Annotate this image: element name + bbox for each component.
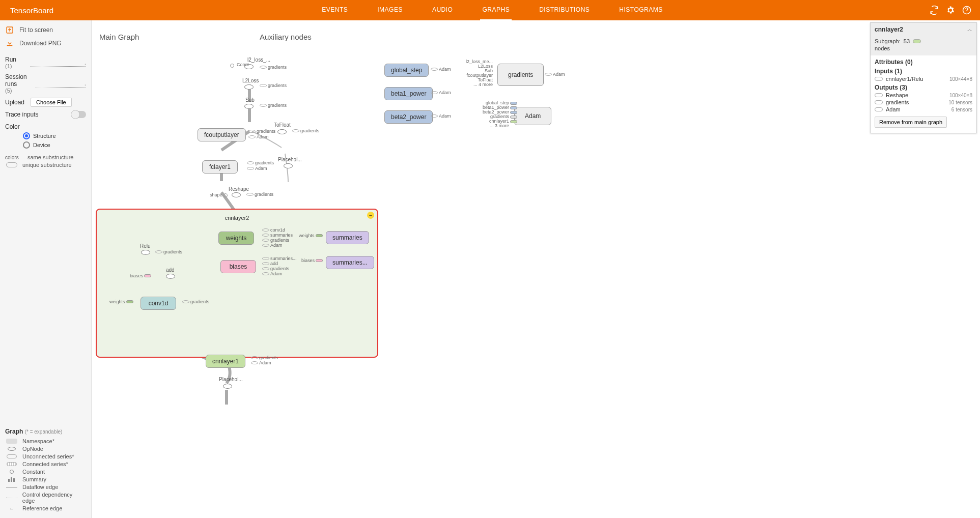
legend-constant: Constant (5, 469, 86, 475)
add-node[interactable] (166, 274, 175, 279)
placeholder2-node[interactable] (223, 384, 232, 389)
cnnlayer1-node[interactable]: cnnlayer1 (206, 355, 245, 368)
gear-icon[interactable] (945, 5, 956, 15)
color-device-option[interactable]: Device (23, 141, 86, 149)
graph-canvas[interactable]: Main Graph Auxiliary nodes l2_loss_... C… (92, 20, 980, 518)
adam-aux-node[interactable]: Adam (514, 107, 551, 125)
legend-reference: ←Reference edge (5, 505, 86, 511)
placeholder2-label: Placehol... (219, 377, 243, 382)
download-png-row[interactable]: Download PNG (5, 39, 86, 48)
output-row-2[interactable]: gradients10 tensors (875, 99, 972, 105)
input-row-1[interactable]: cnnlayer1/Relu100×44×8 (875, 76, 972, 82)
subgraph-chip (913, 39, 921, 43)
main-graph-title: Main Graph (99, 33, 139, 41)
header-action-icons (921, 5, 980, 15)
placeholder-label: Placehol... (278, 157, 302, 162)
fit-to-screen-label: Fit to screen (19, 26, 53, 34)
placeholder-node[interactable] (284, 163, 293, 168)
fit-to-screen-row[interactable]: Fit to screen (5, 25, 86, 35)
gradients-aux-node[interactable]: gradients (497, 64, 544, 86)
legend-opnode: OpNode (5, 446, 86, 452)
svg-rect-3 (11, 477, 12, 482)
sub-node[interactable] (244, 104, 254, 109)
tab-audio[interactable]: AUDIO (430, 0, 455, 20)
subgraph-line: Subgraph: 53 (875, 38, 972, 44)
fit-screen-icon (5, 25, 14, 35)
summaries-node-1[interactable]: summaries (326, 231, 369, 244)
beta1-power-node[interactable]: beta1_power (384, 87, 433, 100)
cnnlayer2-title: cnnlayer2 (97, 215, 377, 221)
biases-node[interactable]: biases (220, 260, 256, 273)
details-title: cnnlayer2 (875, 26, 903, 33)
tab-distributions[interactable]: DISTRIBUTIONS (537, 0, 592, 20)
logo: TensorBoard (0, 6, 64, 15)
radio-structure[interactable] (23, 132, 30, 139)
beta2-power-node[interactable]: beta2_power (384, 110, 433, 124)
attributes-header: Attributes (0) (875, 59, 972, 66)
details-header[interactable]: cnnlayer2 ︿ (871, 23, 976, 36)
l2loss-node[interactable] (244, 84, 254, 90)
legend-summary: Summary (5, 476, 86, 482)
reshape-node[interactable] (232, 192, 241, 197)
summaries-node-2[interactable]: summaries... (326, 256, 374, 269)
color-structure-option[interactable]: Structure (23, 132, 86, 139)
output-row-3[interactable]: Adam6 tensors (875, 106, 972, 112)
relu-node[interactable] (141, 250, 150, 255)
outputs-header: Outputs (3) (875, 84, 972, 91)
aux-nodes-title: Auxiliary nodes (260, 33, 312, 41)
relu-label: Relu (140, 243, 151, 249)
legend-dataflow: Dataflow edge (5, 484, 86, 490)
run-label: Run (5, 56, 31, 63)
conv1d-node[interactable]: conv1d (141, 297, 176, 310)
trace-inputs-label: Trace inputs (5, 111, 72, 118)
download-png-label: Download PNG (19, 40, 62, 47)
radio-device[interactable] (23, 141, 30, 149)
const-label: Const (237, 62, 249, 67)
fcoutputlayer-node[interactable]: fcoutputlayer (198, 128, 246, 141)
download-icon (5, 39, 14, 48)
tab-graphs[interactable]: GRAPHS (480, 0, 512, 20)
node-details-panel: cnnlayer2 ︿ Subgraph: 53 nodes Attribute… (870, 22, 977, 133)
refresh-icon[interactable] (929, 5, 939, 15)
tab-images[interactable]: IMAGES (375, 0, 405, 20)
trace-inputs-row: Trace inputs (5, 109, 86, 120)
svg-rect-4 (13, 478, 15, 482)
sub-label: Sub (245, 97, 255, 103)
weights-node[interactable]: weights (218, 232, 254, 245)
upload-row: Upload Choose File (5, 96, 86, 109)
tofloat-node[interactable] (277, 129, 287, 134)
graph-legend: Graph (* = expandable) Namespace* OpNode… (5, 428, 86, 513)
collapse-panel-icon[interactable]: ︿ (967, 26, 972, 33)
l2loss-top-label: l2_loss_... (247, 57, 270, 63)
legend-controldep: Control dependency edge (5, 492, 86, 504)
tab-histograms[interactable]: HISTOGRAMS (617, 0, 664, 20)
upload-label: Upload (5, 99, 31, 106)
remove-from-graph-button[interactable]: Remove from main graph (875, 117, 947, 128)
help-icon[interactable] (962, 5, 972, 15)
tofloat-label: ToFloat (274, 122, 291, 128)
color-label: Color (5, 123, 20, 130)
legend-unconnected: Unconnected series* (5, 453, 86, 459)
choose-file-button[interactable]: Choose File (31, 98, 72, 107)
const-circle-icon (230, 64, 234, 68)
app-header: TensorBoard EVENTS IMAGES AUDIO GRAPHS D… (0, 0, 980, 20)
tab-events[interactable]: EVENTS (320, 0, 350, 20)
session-selector[interactable]: Session runs (5) . (5, 71, 86, 96)
fclayer1-node[interactable]: fclayer1 (202, 160, 238, 174)
color-section: Color Structure Device (5, 123, 86, 151)
session-label: Session runs (5, 73, 36, 88)
reshape-label: Reshape (229, 186, 249, 192)
global-step-node[interactable]: global_step (384, 64, 429, 77)
shape-circle-icon (223, 193, 228, 197)
run-dropdown[interactable]: . (31, 59, 86, 67)
l2loss-label: L2Loss (242, 78, 259, 83)
trace-inputs-toggle[interactable] (72, 111, 86, 118)
run-selector[interactable]: Run (1) . (5, 54, 86, 71)
inputs-header: Inputs (1) (875, 68, 972, 75)
legend-connected: Connected series* (5, 461, 86, 467)
session-dropdown[interactable]: . (36, 80, 86, 88)
output-row-1[interactable]: Reshape100×40×8 (875, 92, 972, 98)
add-label: add (166, 267, 175, 273)
sidebar: Fit to screen Download PNG Run (1) . Ses… (0, 20, 92, 518)
collapse-icon[interactable]: − (367, 212, 374, 219)
